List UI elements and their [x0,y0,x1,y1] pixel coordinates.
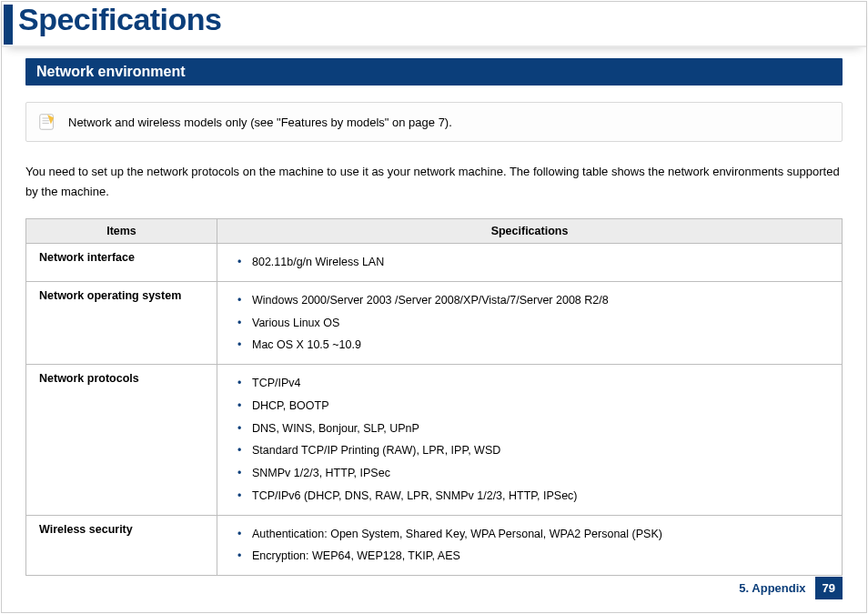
intro-text: You need to set up the network protocols… [25,162,843,202]
table-row: Network operating systemWindows 2000/Ser… [26,281,843,364]
footer-page-number: 79 [815,577,843,599]
row-label: Network interface [26,244,217,282]
page-title: Specifications [18,2,222,37]
section-heading: Network environment [25,58,843,86]
header-accent [4,5,13,45]
list-item: 802.11b/g/n Wireless LAN [243,251,833,274]
row-value: 802.11b/g/n Wireless LAN [217,244,843,282]
row-label: Network operating system [26,281,217,364]
svg-rect-3 [43,123,49,124]
list-item: Mac OS X 10.5 ~10.9 [243,334,833,357]
footer-section: 5. Appendix [739,581,805,595]
page-header: Specifications [2,2,866,47]
spec-table-body: Network interface802.11b/g/n Wireless LA… [26,244,843,576]
content-area: Network environment Network and wireless… [2,58,866,576]
page-footer: 5. Appendix 79 [739,577,843,599]
row-value: TCP/IPv4DHCP, BOOTPDNS, WINS, Bonjour, S… [217,365,843,516]
list-item: DHCP, BOOTP [243,395,833,418]
list-item: TCP/IPv6 (DHCP, DNS, RAW, LPR, SNMPv 1/2… [243,485,833,508]
svg-rect-1 [43,117,49,118]
list-item: SNMPv 1/2/3, HTTP, IPSec [243,462,833,485]
list-item: Windows 2000/Server 2003 /Server 2008/XP… [243,289,833,312]
row-label: Network protocols [26,365,217,516]
note-text: Network and wireless models only (see "F… [68,116,452,129]
svg-rect-2 [43,120,49,121]
list-item: TCP/IPv4 [243,372,833,395]
list-item: Various Linux OS [243,312,833,335]
table-row: Network interface802.11b/g/n Wireless LA… [26,244,843,282]
list-item: Authentication: Open System, Shared Key,… [243,523,833,546]
row-value: Windows 2000/Server 2003 /Server 2008/XP… [217,281,843,364]
spec-table: Items Specifications Network interface80… [25,218,843,576]
table-row: Wireless securityAuthentication: Open Sy… [26,515,843,576]
list-item: DNS, WINS, Bonjour, SLP, UPnP [243,418,833,440]
table-header-items: Items [26,219,217,244]
row-label: Wireless security [26,515,217,576]
note-icon [37,112,57,132]
table-row: Network protocolsTCP/IPv4DHCP, BOOTPDNS,… [26,365,843,516]
list-item: Encryption: WEP64, WEP128, TKIP, AES [243,545,833,568]
note-box: Network and wireless models only (see "F… [25,102,843,142]
table-header-specs: Specifications [217,219,843,244]
list-item: Standard TCP/IP Printing (RAW), LPR, IPP… [243,439,833,462]
row-value: Authentication: Open System, Shared Key,… [217,515,843,576]
